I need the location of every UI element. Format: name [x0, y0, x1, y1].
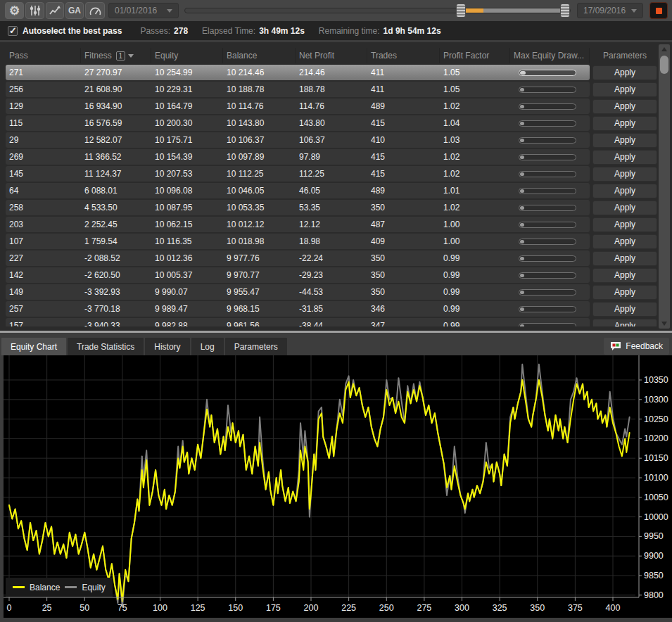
slider-right-handle[interactable] [560, 4, 570, 18]
table-row[interactable]: 26911 366.5210 154.3910 097.8997.894151.… [6, 149, 660, 165]
slider-left-handle[interactable] [456, 4, 466, 18]
max-equity-drawdown-cell [510, 217, 590, 232]
apply-button[interactable]: Apply [592, 116, 657, 131]
cell-pass: 203 [6, 217, 81, 232]
max-equity-drawdown-cell [510, 234, 590, 249]
drawdown-bar-fill [520, 257, 524, 260]
cell-balance: 10 112.25 [223, 166, 296, 182]
autoselect-checkbox[interactable] [8, 26, 18, 36]
cell-fitness: 16 934.90 [81, 99, 151, 114]
tab-log[interactable]: Log [191, 338, 224, 355]
drawdown-bar [519, 171, 576, 177]
performance-button[interactable] [85, 2, 105, 19]
table-row[interactable]: 227-2 088.5210 012.369 977.76-22.243500.… [6, 250, 660, 266]
optimization-criteria-button[interactable] [25, 2, 44, 19]
apply-button[interactable]: Apply [592, 201, 657, 215]
settings-button[interactable]: ⚙ [5, 2, 24, 19]
apply-button[interactable]: Apply [592, 268, 657, 283]
table-row[interactable]: 157-3 940.339 982.889 961.56-38.443470.9… [6, 318, 660, 326]
table-row[interactable]: 25621 608.9010 229.3110 188.78188.784111… [6, 82, 660, 97]
date-range-slider [184, 3, 571, 18]
feedback-label: Feedback [626, 341, 663, 351]
table-row[interactable]: 2032 252.4510 062.1510 012.1212.124871.0… [6, 217, 660, 232]
column-header-balance[interactable]: Balance [223, 48, 296, 63]
x-tick-label: 50 [80, 603, 89, 613]
apply-button[interactable]: Apply [592, 99, 657, 114]
apply-button[interactable]: Apply [592, 184, 657, 198]
cell-pass: 115 [6, 115, 81, 131]
apply-button[interactable]: Apply [592, 65, 657, 80]
x-tick-label: 250 [379, 603, 394, 613]
stop-button[interactable] [649, 2, 668, 19]
apply-button[interactable]: Apply [592, 285, 657, 300]
max-equity-drawdown-cell [510, 318, 590, 326]
apply-button[interactable]: Apply [592, 150, 657, 165]
cell-equity: 10 005.37 [151, 267, 223, 283]
apply-button[interactable]: Apply [592, 319, 657, 327]
scroll-up-icon[interactable] [661, 47, 667, 51]
table-row[interactable]: 149-3 392.939 990.079 955.47-44.533500.9… [6, 284, 660, 300]
cell-balance: 10 143.80 [223, 115, 296, 131]
cell-pass: 258 [6, 200, 81, 215]
cell-trades: 411 [367, 65, 440, 80]
scroll-down-icon[interactable] [661, 322, 667, 326]
apply-button[interactable]: Apply [592, 302, 657, 317]
cell-equity: 9 990.07 [151, 284, 223, 300]
end-date-value: 17/09/2016 [583, 6, 626, 15]
tab-parameters[interactable]: Parameters [225, 338, 287, 355]
table-row[interactable]: 11516 576.5910 200.3010 143.80143.804151… [6, 115, 660, 131]
apply-button[interactable]: Apply [592, 167, 657, 182]
table-row[interactable]: 14511 124.3710 207.5310 112.25112.254151… [6, 166, 660, 182]
apply-button[interactable]: Apply [592, 234, 657, 249]
column-header-equity[interactable]: Equity [151, 48, 223, 63]
legend-balance-label: Balance [30, 583, 60, 592]
x-tick-label: 150 [228, 603, 243, 613]
table-row[interactable]: 646 088.0110 096.0810 046.0546.054891.01… [6, 183, 660, 198]
cell-fitness: 11 366.52 [81, 149, 151, 165]
genetic-algorithm-button[interactable]: GA [65, 2, 84, 19]
scrollbar-thumb[interactable] [660, 56, 668, 74]
column-header-profit-factor[interactable]: Profit Factor [440, 48, 510, 63]
equity-curve-button[interactable] [46, 2, 64, 19]
table-row[interactable]: 12916 934.9010 164.7910 114.76114.764891… [6, 99, 660, 114]
tab-history[interactable]: History [145, 338, 189, 355]
cell-equity: 10 164.79 [151, 99, 223, 114]
apply-button[interactable]: Apply [592, 251, 657, 266]
cell-profit-factor: 1.04 [440, 115, 510, 131]
legend-equity-label: Equity [82, 583, 105, 592]
status-bar: Autoselect the best pass Passes: 278 Ela… [0, 21, 672, 40]
panel-splitter[interactable] [0, 331, 672, 333]
feedback-bubble-icon [610, 341, 621, 351]
cell-net-profit: 188.78 [296, 82, 367, 97]
apply-button[interactable]: Apply [592, 133, 657, 148]
drawdown-bar-fill [520, 71, 526, 75]
line-chart-icon [49, 6, 61, 15]
table-row[interactable]: 142-2 620.5010 005.379 970.77-29.233500.… [6, 267, 660, 283]
column-header-trades[interactable]: Trades [367, 48, 440, 63]
table-row[interactable]: 2912 582.0710 175.7110 106.37106.374101.… [6, 132, 660, 148]
table-row[interactable]: 2584 533.5010 087.9510 053.3553.353501.0… [6, 200, 660, 215]
table-row[interactable]: 27127 270.9710 254.9910 214.46214.464111… [6, 65, 660, 80]
feedback-button[interactable]: Feedback [604, 338, 669, 355]
table-row[interactable]: 1071 759.5410 116.3510 018.9818.984091.0… [6, 234, 660, 249]
column-header-max-equity-drawdown[interactable]: Max Equity Draw... [510, 48, 590, 63]
apply-button[interactable]: Apply [592, 82, 657, 97]
end-date-picker[interactable]: 17/09/2016 [577, 3, 643, 18]
x-tick-label: 350 [530, 603, 545, 613]
results-tbody: 27127 270.9710 254.9910 214.46214.464111… [6, 65, 660, 326]
tab-equity-chart[interactable]: Equity Chart [1, 338, 66, 355]
cell-equity: 10 229.31 [151, 82, 223, 97]
column-header-pass[interactable]: Pass [6, 48, 81, 63]
cell-fitness: 2 252.45 [81, 217, 151, 232]
apply-button[interactable]: Apply [592, 217, 657, 232]
cell-net-profit: 46.05 [296, 183, 367, 198]
column-header-fitness[interactable]: Fitness 1 [81, 48, 151, 63]
cell-trades: 350 [367, 200, 440, 215]
tab-trade-statistics[interactable]: Trade Statistics [68, 338, 144, 355]
table-scrollbar[interactable] [659, 44, 670, 329]
table-row[interactable]: 257-3 770.189 989.479 968.15-31.853460.9… [6, 301, 660, 317]
cell-balance: 10 214.46 [223, 65, 296, 80]
column-header-net-profit[interactable]: Net Profit [296, 48, 367, 63]
start-date-picker[interactable]: 01/01/2016 [108, 3, 179, 18]
cell-equity: 9 989.47 [151, 301, 223, 317]
